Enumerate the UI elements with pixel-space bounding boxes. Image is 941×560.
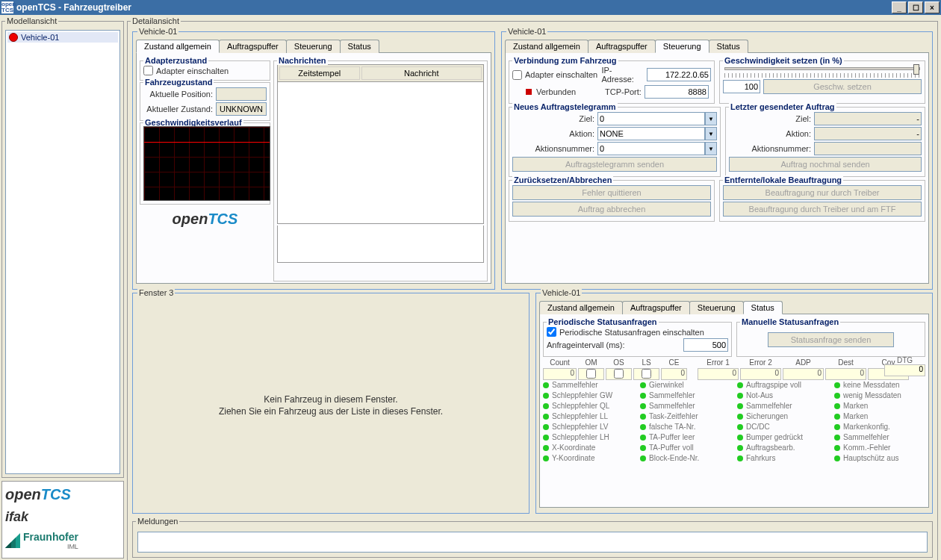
led-label: Markenkonfig. bbox=[843, 423, 890, 431]
adapter-enable-checkbox[interactable] bbox=[143, 66, 153, 75]
led-label: Auftragsbearb. bbox=[746, 444, 795, 452]
tab-zustand[interactable]: Zustand allgemein bbox=[136, 40, 220, 53]
ls-checkbox[interactable] bbox=[633, 368, 659, 380]
resend-order-button[interactable]: Auftrag nochmal senden bbox=[729, 157, 922, 172]
dropdown-icon[interactable]: ▼ bbox=[705, 142, 717, 155]
led-label: Sammelfehler bbox=[746, 402, 792, 410]
remote-driver-ftf-button[interactable]: Beauftragung durch Treiber und am FTF bbox=[723, 202, 922, 217]
detail-view-title: Detailansicht bbox=[131, 16, 181, 25]
speed-value-input[interactable] bbox=[723, 80, 760, 93]
close-button[interactable]: × bbox=[925, 1, 940, 13]
tab-status[interactable]: Status bbox=[743, 301, 783, 314]
led-icon bbox=[834, 414, 840, 420]
tab-puffer[interactable]: Auftragspuffer bbox=[219, 40, 287, 53]
tab-status[interactable]: Status bbox=[709, 40, 748, 53]
led-label: Sammelfehler bbox=[843, 433, 889, 441]
led-icon bbox=[737, 382, 743, 388]
led-label: Schleppfehler LL bbox=[552, 412, 608, 420]
led-icon bbox=[834, 455, 840, 461]
led-icon bbox=[834, 424, 840, 430]
panel-legend: Vehicle-01 bbox=[506, 27, 547, 36]
status-led: Marken bbox=[834, 412, 925, 420]
model-view-panel: Modellansicht Vehicle-01 bbox=[1, 16, 124, 478]
panel-steuerung: Vehicle-01 Zustand allgemein Auftragspuf… bbox=[501, 31, 933, 290]
aktion-label: Aktion: bbox=[512, 129, 594, 138]
led-icon bbox=[737, 403, 743, 409]
led-label: Hauptschütz aus bbox=[843, 454, 899, 462]
dropdown-icon[interactable]: ▼ bbox=[705, 127, 717, 140]
anum-select[interactable] bbox=[597, 142, 705, 155]
messages-body[interactable] bbox=[277, 82, 484, 224]
led-label: Sicherungen bbox=[746, 412, 788, 420]
send-order-button[interactable]: Auftragstelegramm senden bbox=[512, 157, 717, 172]
col-timestamp[interactable]: Zeitstempel bbox=[279, 66, 360, 80]
status-led: Sammelfehler bbox=[640, 391, 731, 399]
tab-puffer[interactable]: Auftragspuffer bbox=[622, 301, 690, 314]
status-led: Schleppfehler LL bbox=[543, 412, 634, 420]
led-icon bbox=[640, 414, 646, 420]
remote-driver-only-button[interactable]: Beauftragung nur durch Treiber bbox=[723, 185, 922, 200]
led-icon bbox=[640, 445, 646, 451]
led-label: TA-Puffer leer bbox=[649, 433, 695, 441]
status-led: Block-Ende-Nr. bbox=[640, 454, 731, 462]
interval-input[interactable] bbox=[683, 338, 728, 352]
om-checkbox[interactable] bbox=[578, 368, 604, 380]
led-icon bbox=[640, 455, 646, 461]
speed-set-button[interactable]: Geschw. setzen bbox=[763, 79, 922, 94]
status-led: Sammelfehler bbox=[737, 402, 828, 410]
position-field bbox=[216, 87, 267, 101]
aktion-select[interactable] bbox=[597, 127, 705, 140]
panel-status: Vehicle-01 Zustand allgemein Auftragspuf… bbox=[535, 293, 933, 514]
send-status-button[interactable]: Statusanfrage senden bbox=[768, 332, 895, 347]
last-aktion-field bbox=[814, 127, 922, 140]
dropdown-icon[interactable]: ▼ bbox=[705, 112, 717, 125]
col-message[interactable]: Nachricht bbox=[361, 66, 482, 80]
tree-item-label: Vehicle-01 bbox=[21, 33, 59, 42]
os-checkbox[interactable] bbox=[606, 368, 632, 380]
state-field bbox=[216, 102, 267, 116]
led-label: Block-Ende-Nr. bbox=[649, 454, 699, 462]
ack-error-button[interactable]: Fehler quittieren bbox=[512, 185, 711, 200]
status-led: Marken bbox=[834, 402, 925, 410]
port-label: TCP-Port: bbox=[605, 87, 642, 96]
maximize-button[interactable]: ☐ bbox=[908, 1, 923, 13]
periodic-enable-checkbox[interactable] bbox=[547, 327, 556, 337]
panel-legend: Fenster 3 bbox=[137, 288, 175, 297]
tab-zustand[interactable]: Zustand allgemein bbox=[505, 40, 588, 53]
opentcs-logo-inline: openTCS bbox=[140, 211, 270, 228]
minimize-button[interactable]: _ bbox=[892, 1, 907, 13]
panel-fenster3[interactable]: Fenster 3 Kein Fahrzeug in diesem Fenste… bbox=[132, 293, 529, 514]
tree-item-vehicle-01[interactable]: Vehicle-01 bbox=[7, 32, 118, 43]
ziel-select[interactable] bbox=[597, 112, 705, 125]
panel-zustand: Vehicle-01 Zustand allgemein Auftragspuf… bbox=[132, 31, 495, 290]
tab-zustand[interactable]: Zustand allgemein bbox=[539, 301, 623, 314]
remote-group-label: Entfernte/lokale Beauftragung bbox=[723, 175, 843, 184]
messages-detail[interactable] bbox=[277, 225, 484, 263]
led-icon bbox=[834, 435, 840, 441]
tab-steuerung[interactable]: Steuerung bbox=[689, 301, 744, 314]
led-label: TA-Puffer voll bbox=[649, 444, 694, 452]
status-led: falsche TA-Nr. bbox=[640, 423, 731, 431]
led-label: Schleppfehler LV bbox=[552, 423, 608, 431]
tab-steuerung[interactable]: Steuerung bbox=[655, 40, 709, 53]
messages-table: Zeitstempel Nachricht bbox=[277, 64, 484, 82]
abort-order-button[interactable]: Auftrag abbrechen bbox=[512, 202, 711, 217]
ip-input[interactable] bbox=[647, 68, 711, 81]
tab-steuerung[interactable]: Steuerung bbox=[286, 40, 341, 53]
model-tree[interactable]: Vehicle-01 bbox=[5, 30, 120, 474]
speed-slider[interactable] bbox=[724, 67, 920, 70]
led-label: Auftragspipe voll bbox=[746, 381, 801, 389]
meldungen-box[interactable] bbox=[137, 532, 928, 553]
tab-puffer[interactable]: Auftragspuffer bbox=[588, 40, 656, 53]
led-label: Bumper gedrückt bbox=[746, 433, 803, 441]
port-input[interactable] bbox=[645, 85, 709, 99]
tab-status[interactable]: Status bbox=[340, 40, 379, 53]
adapter-group-label: Adapterzustand bbox=[143, 56, 208, 65]
led-icon bbox=[834, 445, 840, 451]
led-label: wenig Messdaten bbox=[843, 391, 901, 399]
adapter-enable-checkbox[interactable] bbox=[512, 70, 522, 80]
led-label: Fahrkurs bbox=[746, 454, 775, 462]
led-label: X-Koordinate bbox=[552, 444, 595, 452]
status-led: Task-Zeitfehler bbox=[640, 412, 731, 420]
opentcs-logo: openTCS bbox=[5, 486, 71, 503]
